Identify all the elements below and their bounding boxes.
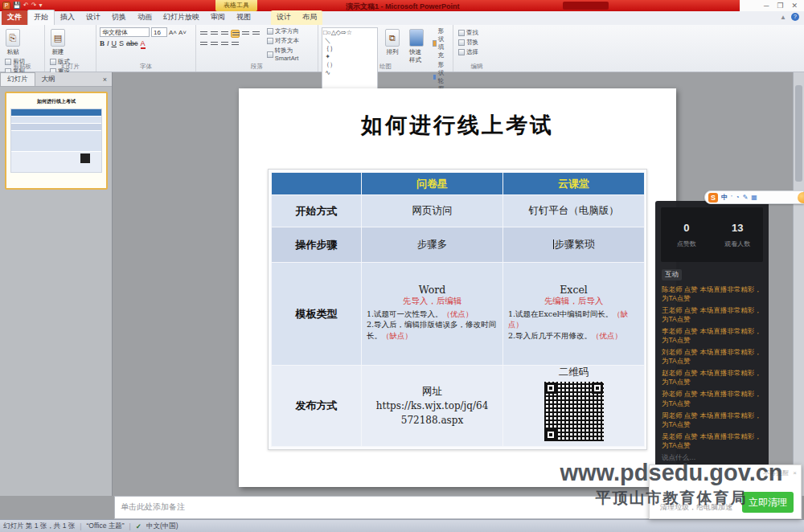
- slide-thumbnail[interactable]: 如何进行线上考试: [5, 92, 108, 190]
- ime-keyboard-icon[interactable]: ▦: [751, 194, 757, 202]
- scrollbar-thumb[interactable]: [795, 85, 802, 182]
- text-direction-button[interactable]: 文字方向: [267, 27, 314, 35]
- new-slide-button[interactable]: ▤ 新建: [48, 27, 68, 58]
- replace-button[interactable]: 替换: [458, 39, 478, 47]
- ime-toolbox-icon[interactable]: [798, 192, 804, 203]
- columns-icon[interactable]: [231, 40, 240, 48]
- tab-slides-thumbnails[interactable]: 幻灯片: [0, 72, 35, 86]
- cell-publish-2[interactable]: 二维码: [503, 366, 645, 447]
- shadow-button[interactable]: S: [119, 39, 124, 47]
- tab-file[interactable]: 文件: [2, 10, 27, 25]
- cell-start-method-2[interactable]: 钉钉平台（电脑版）: [503, 195, 645, 227]
- font-color-button[interactable]: A: [141, 39, 146, 49]
- ime-emoji-icon[interactable]: ◔: [736, 194, 740, 202]
- slide-number-indicator: 幻灯片 第 1 张，共 1 张: [3, 522, 75, 531]
- undo-icon[interactable]: ↶: [23, 2, 29, 10]
- indent-decrease-icon[interactable]: [199, 40, 208, 48]
- line-spacing-icon[interactable]: [220, 40, 229, 48]
- select-button[interactable]: 选择: [458, 48, 478, 56]
- minimize-button[interactable]: ─: [764, 1, 769, 10]
- tab-design[interactable]: 设计: [80, 10, 106, 25]
- align-text-button[interactable]: 对齐文本: [267, 37, 314, 45]
- collapse-ribbon-icon[interactable]: ▲: [780, 14, 786, 21]
- tab-outline[interactable]: 大纲: [35, 73, 62, 86]
- tab-home[interactable]: 开始: [27, 10, 55, 25]
- chat-message: 王老师 点赞 本场直播非常精彩，为TA点赞: [662, 306, 762, 324]
- ime-language-icon[interactable]: 中: [721, 194, 728, 202]
- ime-pen-icon[interactable]: ✎: [743, 194, 749, 202]
- tab-transitions[interactable]: 切换: [106, 10, 132, 25]
- numbering-icon[interactable]: [210, 30, 219, 38]
- shape-fill-button[interactable]: 形状填充: [433, 27, 449, 59]
- thumbnail-qr: [80, 153, 90, 163]
- align-center-icon[interactable]: [231, 30, 240, 38]
- slide-canvas[interactable]: 如何进行线上考试 问卷星 云课堂 开始方式 网页访问 钉钉平台（电脑版） 操作步…: [239, 88, 676, 487]
- bold-button[interactable]: B: [100, 39, 105, 47]
- ime-punctuation-icon[interactable]: ’: [731, 194, 732, 202]
- language-indicator[interactable]: 中文(中国): [146, 522, 178, 531]
- cell-publish-1[interactable]: 网址 https://ks.wjx.top/jq/64572188.aspx: [362, 366, 503, 447]
- header-empty-cell[interactable]: [272, 173, 362, 195]
- cell-steps-1[interactable]: 步骤多: [362, 227, 503, 263]
- italic-button[interactable]: I: [107, 39, 109, 47]
- slide-title[interactable]: 如何进行线上考试: [239, 111, 676, 140]
- indent-increase-icon[interactable]: [210, 40, 219, 48]
- font-size-select[interactable]: 16: [151, 27, 167, 37]
- tab-review[interactable]: 审阅: [205, 10, 231, 25]
- group-paragraph: 文字方向 对齐文本 转换为SmartArt 段落: [196, 25, 318, 72]
- clean-now-button[interactable]: 立即清理: [742, 492, 794, 513]
- row-label-steps[interactable]: 操作步骤: [272, 227, 362, 263]
- grow-font-icon[interactable]: A˄: [169, 29, 177, 36]
- tab-animations[interactable]: 动画: [132, 10, 158, 25]
- chat-input-placeholder[interactable]: 说点什么…: [662, 453, 769, 463]
- cell-template-1[interactable]: Word 先导入，后编辑 1.试题可一次性导入。（优点） 2.导入后，编辑排版错…: [362, 263, 503, 366]
- tab-slideshow[interactable]: 幻灯片放映: [158, 10, 205, 25]
- row-label-start-method[interactable]: 开始方式: [272, 195, 362, 227]
- shrink-font-icon[interactable]: A˅: [178, 29, 187, 36]
- vertical-scrollbar[interactable]: [793, 72, 804, 496]
- restore-button[interactable]: ❐: [777, 1, 783, 10]
- group-clipboard: ⎘ 粘贴 剪切 复制 格式刷 剪贴板: [0, 25, 45, 72]
- cell-start-method-1[interactable]: 网页访问: [362, 195, 503, 227]
- close-panel-icon[interactable]: ×: [103, 76, 112, 84]
- contextual-tool-badge: 表格工具: [215, 0, 257, 11]
- replace-icon: [458, 39, 465, 46]
- strikethrough-button[interactable]: abc: [126, 39, 138, 47]
- justify-icon[interactable]: [252, 30, 260, 38]
- comparison-table[interactable]: 问卷星 云课堂 开始方式 网页访问 钉钉平台（电脑版） 操作步骤 步骤多 步骤繁…: [268, 169, 647, 450]
- tab-view[interactable]: 视图: [231, 10, 256, 25]
- chat-message: 刘老师 点赞 本场直播非常精彩，为TA点赞: [662, 348, 762, 366]
- popup-dismiss-link[interactable]: 不再提醒: [763, 469, 789, 477]
- find-button[interactable]: 查找: [458, 29, 478, 37]
- redo-icon[interactable]: ↷: [31, 2, 37, 10]
- save-icon[interactable]: 💾: [13, 2, 21, 10]
- tab-table-design[interactable]: 设计: [271, 10, 297, 25]
- header-yunketang[interactable]: 云课堂: [503, 173, 645, 195]
- qat-dropdown-icon[interactable]: ▾: [39, 2, 42, 10]
- sogou-logo-icon[interactable]: S: [708, 193, 718, 203]
- cell-steps-2[interactable]: 步骤繁琐: [503, 227, 645, 263]
- tab-table-layout[interactable]: 布局: [297, 10, 322, 25]
- align-right-icon[interactable]: [241, 30, 250, 38]
- tab-insert[interactable]: 插入: [55, 10, 80, 25]
- thumbnail-table: [10, 108, 102, 173]
- cell-template-2[interactable]: Excel 先编辑，后导入 1.试题在Excel中编辑时间长。（缺点） 2.导入…: [503, 263, 645, 366]
- row-label-publish[interactable]: 发布方式: [272, 366, 362, 447]
- popup-close-icon[interactable]: ×: [793, 469, 797, 477]
- underline-button[interactable]: U: [112, 39, 117, 47]
- smartart-button[interactable]: 转换为SmartArt: [267, 47, 314, 62]
- align-left-icon[interactable]: [220, 30, 229, 38]
- bullets-icon[interactable]: [199, 30, 208, 38]
- ribbon-tab-bar: 文件 开始 插入 设计 切换 动画 幻灯片放映 审阅 视图 设计 布局: [0, 11, 804, 25]
- help-icon[interactable]: ?: [791, 13, 799, 21]
- font-name-select[interactable]: 华文楷体: [100, 27, 150, 37]
- paste-button[interactable]: ⎘ 粘贴: [3, 27, 23, 58]
- select-icon: [458, 49, 465, 55]
- quick-styles-icon: [409, 29, 424, 47]
- window-controls: ─ ❐ ✕: [740, 0, 804, 11]
- row-label-template[interactable]: 模板类型: [272, 263, 362, 366]
- close-button[interactable]: ✕: [791, 1, 798, 10]
- app-icon[interactable]: P: [2, 2, 10, 10]
- exam-url: https://ks.wjx.top/jq/64572188.aspx: [362, 399, 503, 428]
- header-wenjuanxing[interactable]: 问卷星: [362, 173, 503, 195]
